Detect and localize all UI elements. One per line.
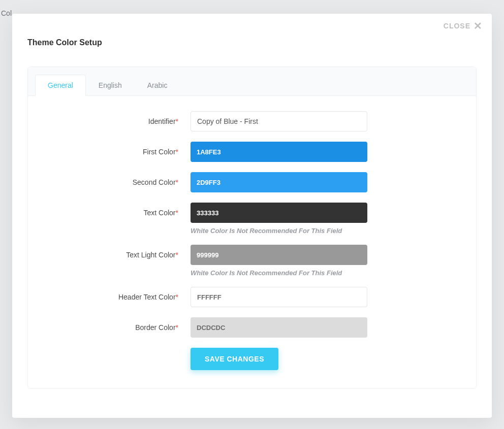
label-text-color: Text Color* (48, 209, 191, 217)
tabs-bar: General English Arabic (28, 67, 476, 96)
row-second-color: Second Color* 2D9FF3 (48, 172, 456, 192)
required-mark: * (176, 209, 178, 217)
save-button[interactable]: SAVE CHANGES (191, 348, 278, 370)
form-card: General English Arabic Identifier* (27, 67, 477, 389)
tab-label: English (99, 81, 122, 89)
modal-header-row: CLOSE ✕ (12, 14, 492, 33)
modal-title: Theme Color Setup (12, 33, 492, 57)
tab-arabic[interactable]: Arabic (135, 75, 180, 96)
color-value: 1A8FE3 (197, 148, 221, 156)
second-color-picker[interactable]: 2D9FF3 (191, 172, 367, 192)
row-border-color: Border Color* DCDCDC (48, 317, 456, 338)
form-area: Identifier* First Color* 1A8FE3 (28, 96, 476, 388)
color-value: 333333 (197, 209, 218, 217)
border-color-picker[interactable]: DCDCDC (191, 317, 367, 338)
text-color-picker[interactable]: 333333 (191, 203, 367, 223)
label-identifier: Identifier* (48, 117, 191, 125)
required-mark: * (176, 148, 178, 156)
required-mark: * (176, 178, 178, 186)
row-text-color: Text Color* 333333 (48, 203, 456, 223)
required-mark: * (176, 117, 178, 125)
identifier-input[interactable] (191, 111, 367, 131)
label-first-color: First Color* (48, 148, 191, 156)
label-header-text-color: Header Text Color* (48, 293, 191, 301)
tab-label: Arabic (147, 81, 168, 89)
tab-general[interactable]: General (35, 75, 86, 96)
text-light-color-picker[interactable]: 999999 (191, 245, 367, 265)
row-text-light-color: Text Light Color* 999999 (48, 245, 456, 265)
tab-label: General (48, 81, 73, 89)
text-color-hint: White Color Is Not Recommended For This … (191, 227, 367, 235)
color-value: 999999 (197, 251, 218, 259)
save-label: SAVE CHANGES (205, 355, 264, 363)
label-text-light-color: Text Light Color* (48, 251, 191, 259)
required-mark: * (176, 293, 178, 301)
close-icon: ✕ (474, 21, 483, 31)
header-text-color-picker[interactable]: FFFFFF (191, 287, 367, 307)
background-text: Col (1, 9, 12, 17)
color-value: FFFFFF (197, 293, 222, 301)
text-light-color-hint: White Color Is Not Recommended For This … (191, 269, 367, 277)
row-header-text-color: Header Text Color* FFFFFF (48, 287, 456, 307)
required-mark: * (176, 323, 178, 332)
close-button[interactable]: CLOSE ✕ (444, 21, 483, 31)
color-value: 2D9FF3 (197, 179, 220, 186)
theme-color-modal: CLOSE ✕ Theme Color Setup General Englis… (12, 14, 492, 418)
submit-row: SAVE CHANGES (191, 348, 456, 370)
row-first-color: First Color* 1A8FE3 (48, 142, 456, 162)
label-second-color: Second Color* (48, 178, 191, 186)
row-identifier: Identifier* (48, 111, 456, 131)
first-color-picker[interactable]: 1A8FE3 (191, 142, 367, 162)
label-border-color: Border Color* (48, 323, 191, 332)
tab-english[interactable]: English (86, 75, 135, 96)
color-value: DCDCDC (197, 324, 225, 332)
close-label: CLOSE (444, 22, 470, 30)
required-mark: * (176, 251, 178, 259)
